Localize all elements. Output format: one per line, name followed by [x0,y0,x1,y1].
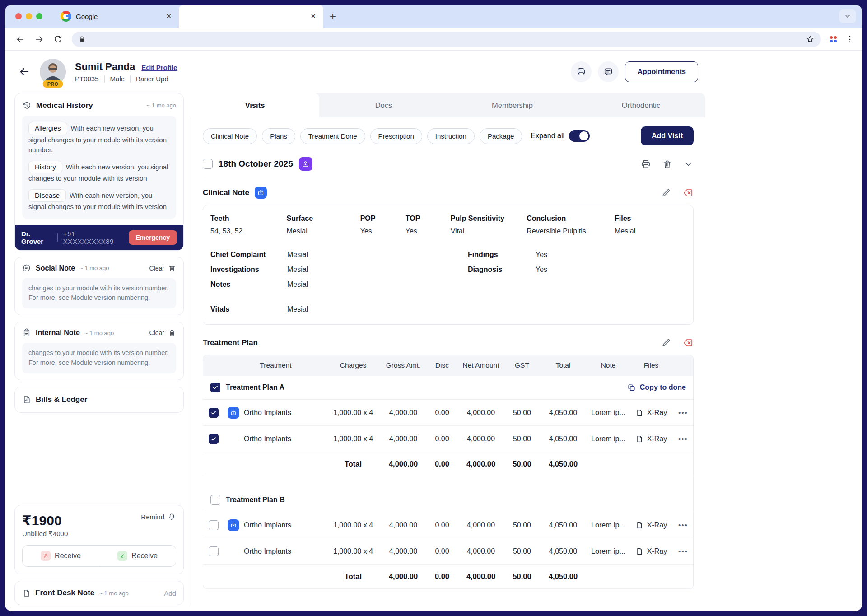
row-checkbox[interactable] [209,520,219,530]
receive-advance-button[interactable]: Receive [99,546,176,566]
row-checkbox[interactable] [209,546,219,556]
filter-plans[interactable]: Plans [262,128,295,144]
back-arrow-icon[interactable] [18,65,31,78]
tab-visits[interactable]: Visits [191,93,319,117]
filter-treatment-done[interactable]: Treatment Done [300,128,365,144]
clear-button[interactable]: Clear [149,265,164,272]
edit-profile-link[interactable]: Edit Profile [141,64,177,71]
expand-all-toggle[interactable] [569,130,590,142]
medical-history-time: ~ 1 mo ago [147,102,176,109]
total-net: 4,000.00 [457,460,505,468]
cn-field-label: Chief Complaint [210,251,287,259]
tab-orthodontic[interactable]: Orthodontic [577,93,705,117]
browser-tab-google[interactable]: Google ✕ [52,5,179,28]
back-icon[interactable] [15,34,25,44]
bookmark-star-icon[interactable] [806,35,815,44]
address-bar[interactable] [72,32,821,47]
row-menu-icon[interactable]: ••• [673,547,693,555]
reload-icon[interactable] [53,34,63,44]
row-checkbox[interactable] [209,434,219,444]
treatment-bag-icon[interactable] [228,407,239,419]
treatment-row: Ortho Implants 1,000.00 x 4 4,000.00 0.0… [203,512,693,538]
visit-bag-icon[interactable] [299,157,312,171]
row-menu-icon[interactable]: ••• [673,521,693,529]
delete-visit-icon[interactable] [662,159,672,169]
add-note-button[interactable]: Add [164,589,176,597]
row-menu-icon[interactable]: ••• [673,409,693,416]
tab-search-chevron-icon[interactable] [839,9,856,23]
copy-to-done-button[interactable]: Copy to done [627,383,686,392]
row-menu-icon[interactable]: ••• [673,435,693,443]
social-note-text[interactable]: changes to your module with its version … [22,278,176,309]
avatar: PRO [40,59,66,85]
tab-docs[interactable]: Docs [319,93,448,117]
history-tag[interactable]: History [28,161,62,174]
row-files[interactable]: X-Ray [629,547,673,555]
add-visit-button[interactable]: Add Visit [641,126,694,145]
row-files[interactable]: X-Ray [629,435,673,443]
remind-label: Remind [141,513,164,521]
treatment-bag-icon[interactable] [228,519,239,531]
tab-close-icon[interactable]: ✕ [310,12,316,20]
row-checkbox[interactable] [209,408,219,418]
discount: 0.00 [428,435,457,443]
collapse-visit-icon[interactable] [683,159,694,169]
disease-tag[interactable]: DIsease [28,189,66,202]
clear-button[interactable]: Clear [149,329,164,336]
cn-header: Surface [286,215,360,227]
trash-icon[interactable] [168,264,176,272]
copy-icon [627,383,636,392]
plan-a-checkbox[interactable] [210,383,220,392]
forward-icon[interactable] [34,34,44,44]
social-note-title: Social Note [36,264,75,272]
plan-b-checkbox[interactable] [210,495,220,505]
visit-date: 18th October 2025 [219,159,293,169]
receive-payment-button[interactable]: Receive [23,546,99,566]
delete-treatment-plan-icon[interactable] [683,337,694,348]
browser-tab-current[interactable]: ✕ [179,5,323,28]
row-note[interactable]: Lorem ip... [587,409,629,417]
bell-icon [168,513,176,521]
trash-icon[interactable] [168,329,176,337]
visit-checkbox[interactable] [203,159,213,169]
allergies-tag[interactable]: Allergies [28,122,67,135]
edit-clinical-note-icon[interactable] [661,188,671,198]
appointments-button[interactable]: Appointments [625,61,698,82]
close-window-button[interactable] [15,13,22,19]
row-files[interactable]: X-Ray [629,521,673,529]
row-files[interactable]: X-Ray [629,409,673,417]
row-note[interactable]: Lorem ip... [587,521,629,529]
message-button[interactable] [598,61,619,82]
gst: 50.00 [505,547,539,555]
bills-ledger-card[interactable]: Bills & Ledger [14,387,184,413]
maximize-window-button[interactable] [36,13,42,19]
emergency-button[interactable]: Emergency [129,230,177,245]
medical-history-title: Medical History [36,101,93,110]
remind-button[interactable]: Remind [141,513,176,521]
minimize-window-button[interactable] [26,13,32,19]
row-total: 4,050.00 [539,547,587,555]
treatment-name: Ortho Implants [244,547,291,555]
new-tab-button[interactable]: + [323,10,342,23]
browser-profile-icon[interactable] [830,36,837,42]
print-visit-icon[interactable] [641,159,651,169]
tab-close-icon[interactable]: ✕ [166,12,172,20]
print-button[interactable] [571,61,592,82]
discount: 0.00 [428,521,457,529]
clinical-note-header: Clinical Note [203,187,694,199]
file-icon [635,435,643,443]
total-label: Total [327,460,379,468]
google-favicon-icon [61,11,71,22]
clinical-note-bag-icon[interactable] [255,187,267,199]
row-note[interactable]: Lorem ip... [587,547,629,555]
filter-package[interactable]: Package [480,128,522,144]
filter-prescription[interactable]: Prescription [370,128,422,144]
filter-instruction[interactable]: Instruction [427,128,475,144]
filter-clinical-note[interactable]: Clinical Note [203,128,257,144]
delete-clinical-note-icon[interactable] [683,187,694,198]
browser-menu-icon[interactable] [845,35,854,44]
tab-membership[interactable]: Membership [448,93,577,117]
row-note[interactable]: Lorem ip... [587,435,629,443]
edit-treatment-plan-icon[interactable] [661,338,671,348]
internal-note-text[interactable]: changes to your module with its version … [22,343,176,373]
